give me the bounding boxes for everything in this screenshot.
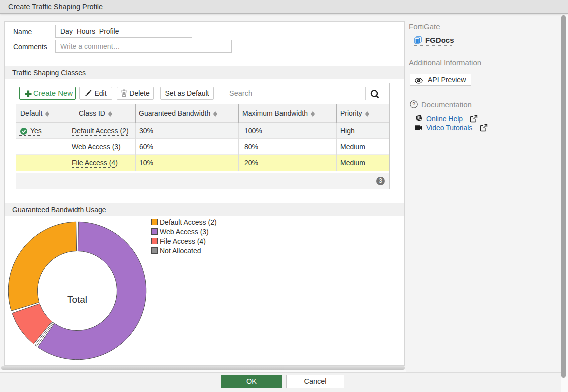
svg-text:?: ? [412, 101, 415, 107]
svg-text:Total: Total [67, 294, 87, 304]
